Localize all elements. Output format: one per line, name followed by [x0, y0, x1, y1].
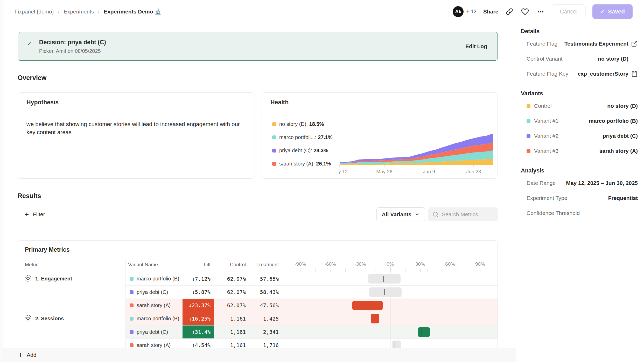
- edit-log-button[interactable]: Edit Log: [465, 43, 487, 49]
- zero-gridline: [390, 325, 390, 338]
- sidebar-row-experiment-type: Experiment TypeFrequentist: [521, 191, 638, 206]
- avatar[interactable]: Ak: [453, 6, 464, 17]
- search-metrics-input[interactable]: [442, 211, 494, 218]
- hypothesis-card: Hypothesis we believe that showing custo…: [18, 92, 255, 179]
- variant-swatch: [130, 343, 134, 347]
- axis-minor-tick: [315, 269, 316, 272]
- clipboard-icon[interactable]: [629, 70, 638, 77]
- axis-minor-tick: [413, 269, 413, 272]
- plus-icon: [24, 212, 30, 217]
- variant-name: sarah story (A): [137, 302, 171, 308]
- axis-minor-tick: [293, 269, 293, 272]
- analysis-heading: Analysis: [521, 167, 638, 174]
- metrics-table-header: Metric Variant Name Lift Control Treatme…: [18, 259, 498, 272]
- metric-group: 2. Sessionsmarco portfolio (B)↓16.25%1,1…: [18, 312, 498, 351]
- health-chart-svg: May 12May 26Jun 9Jun 23: [339, 133, 494, 177]
- axis-label: 90%: [475, 261, 485, 267]
- table-row[interactable]: sarah story (A)↓23.37%62.07%47.56%: [126, 299, 498, 312]
- share-button[interactable]: Share: [483, 9, 498, 15]
- x-axis-label: May 12: [339, 169, 348, 174]
- sidebar-section-analysis: Analysis Date RangeMay 12, 2025 – Jun 30…: [521, 167, 638, 221]
- variant-name: sarah story (A): [137, 342, 171, 348]
- sidebar-row-control: Controlno story (D): [521, 98, 638, 113]
- axis-label: -90%: [295, 261, 306, 267]
- collapsed-nav-strip[interactable]: [0, 0, 3, 362]
- external-link-icon[interactable]: [629, 40, 638, 47]
- metric-cell[interactable]: 2. Sessions: [18, 312, 125, 325]
- row-label: Experiment Type: [527, 195, 567, 201]
- variant-name: marco portfolio (B): [137, 316, 179, 322]
- table-row[interactable]: priya debt (C)↑31.4%1,1612,341: [126, 325, 498, 338]
- breadcrumb-separator: /: [58, 9, 60, 15]
- axis-zero-tick: [390, 266, 390, 272]
- sidebar-row-date-range: Date RangeMay 12, 2025 – Jun 30, 2025: [521, 176, 638, 191]
- row-label: Feature Flag Key: [527, 71, 568, 77]
- control-value: 1,161: [214, 312, 248, 325]
- interval-midpoint-tick: [384, 289, 385, 295]
- variant-filter-dropdown[interactable]: All Variants: [376, 207, 425, 221]
- table-row[interactable]: marco portfolio (B)↓7.12%62.07%57.65%: [126, 272, 498, 285]
- table-row[interactable]: priya debt (C)↓5.87%62.07%58.43%: [126, 285, 498, 299]
- legend-item: marco portfoli...: 27.1%: [272, 134, 333, 140]
- axis-minor-tick: [458, 269, 458, 272]
- breadcrumb-project[interactable]: Fixpanel {demo}: [15, 9, 54, 15]
- cancel-button[interactable]: Cancel: [552, 4, 585, 19]
- check-icon: ✓: [27, 40, 32, 48]
- results-toolbar: Filter All Variants: [18, 207, 498, 221]
- row-label: Confidence Threshold: [527, 210, 580, 216]
- table-footer: Add: [3, 348, 516, 362]
- primary-metrics-title: Primary Metrics: [25, 246, 70, 253]
- saved-button[interactable]: ✓ Saved: [592, 4, 633, 19]
- legend-swatch: [272, 135, 276, 139]
- metric-cell[interactable]: 1. Engagement: [18, 272, 125, 285]
- metric-name: 2. Sessions: [35, 316, 64, 322]
- axis-minor-tick: [330, 269, 331, 272]
- row-value: sarah story (A): [599, 148, 638, 154]
- confidence-interval-bar: [368, 274, 401, 284]
- axis-label: -30%: [354, 261, 366, 267]
- legend-label: sarah story (A): 26.1%: [279, 161, 331, 167]
- collaborators-count[interactable]: + 12: [466, 9, 476, 15]
- row-label: Feature Flag: [527, 41, 557, 47]
- sidebar-row-feature-flag: Feature FlagTestimonials Experiment: [521, 36, 638, 51]
- interval-midpoint-tick: [395, 342, 395, 348]
- variant-name: marco portfolio (B): [137, 276, 179, 282]
- axis-minor-tick: [398, 269, 398, 272]
- legend-item: sarah story (A): 26.1%: [272, 161, 333, 167]
- more-options-icon[interactable]: [536, 7, 545, 16]
- results-heading: Results: [18, 192, 516, 200]
- axis-minor-tick: [435, 269, 435, 272]
- add-metric-button[interactable]: Add: [18, 352, 36, 358]
- metric-target-icon: [24, 314, 32, 323]
- add-filter-button[interactable]: Filter: [24, 211, 45, 218]
- row-label: Control: [534, 103, 552, 109]
- confidence-interval-bar: [369, 287, 402, 297]
- zero-gridline: [390, 312, 390, 325]
- search-icon: [432, 211, 439, 218]
- row-value: marco portfolio (B): [589, 118, 638, 124]
- favorite-heart-icon[interactable]: [521, 7, 529, 16]
- legend-swatch: [272, 122, 276, 126]
- sidebar-row-control-variant: Control Variantno story (D): [521, 51, 638, 66]
- axis-minor-tick: [480, 269, 480, 272]
- confidence-interval-cell: [281, 286, 498, 299]
- axis-minor-tick: [375, 269, 375, 272]
- table-row[interactable]: marco portfolio (B)↓16.25%1,1611,425: [126, 312, 498, 325]
- primary-metrics-card: Primary Metrics Metric Variant Name Lift…: [18, 240, 498, 351]
- row-value: Frequentist: [608, 195, 638, 201]
- legend-label: marco portfoli...: 27.1%: [279, 134, 333, 140]
- treatment-value: 2,341: [248, 325, 281, 338]
- copy-link-icon[interactable]: [505, 7, 514, 16]
- confidence-interval-cell: [281, 325, 498, 338]
- decision-byline: Picker, Amit on 08/05/2025: [39, 48, 106, 54]
- axis-label: 30%: [415, 261, 425, 267]
- results-divider: [18, 228, 498, 228]
- sidebar-section-details: Details Feature FlagTestimonials Experim…: [521, 28, 638, 81]
- treatment-value: 47.56%: [248, 299, 281, 312]
- breadcrumb-experiments[interactable]: Experiments: [64, 9, 94, 15]
- legend-item: no story (D): 18.5%: [272, 121, 333, 127]
- health-legend: no story (D): 18.5%marco portfoli...: 27…: [272, 121, 333, 167]
- sidebar-row-variant-2: Variant #2priya debt (C): [521, 128, 638, 143]
- breadcrumb-current-page[interactable]: Experiments Demo 🔬: [104, 9, 161, 15]
- confidence-interval-bar: [352, 301, 383, 310]
